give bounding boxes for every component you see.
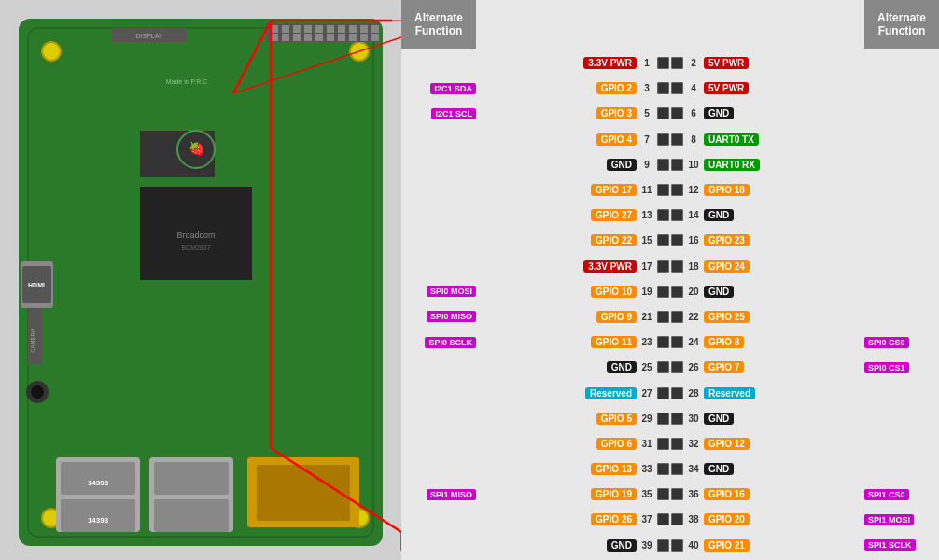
right-pin-number: 16 [685,235,702,245]
left-pin-section: GPIO 1711 [478,184,655,196]
left-pin-number: 37 [638,514,655,525]
right-pin-section: 38GPIO 20 [685,513,862,525]
right-alt-badge: SPI1 CS0 [864,489,909,500]
svg-point-51 [31,385,44,399]
right-pin-name: GPIO 7 [704,361,744,373]
svg-text:Broadcom: Broadcom [176,231,215,240]
pin-row: I2C1 SDAGPIO 2345V PWR [405,77,935,101]
pin-connector-right [671,159,683,171]
left-pin-number: 35 [638,489,655,499]
pin-connector-right [671,438,683,450]
left-pin-number: 33 [638,464,655,474]
board-area: HDMI 14393 14393 Broadcom BCM2837 [0,0,401,560]
pin-row: GPIO 271314GND [405,203,935,228]
pin-connector-left [657,209,669,221]
left-pin-name: GPIO 11 [591,336,637,348]
center-pins [655,107,685,119]
right-pin-section: 36GPIO 16 [685,488,862,500]
svg-rect-30 [338,25,345,33]
left-pin-section: GPIO 631 [478,438,655,450]
right-pin-name: GND [704,463,734,475]
left-alt-cell: I2C1 SCL [405,108,478,119]
right-pin-name: 5V PWR [704,82,749,94]
pin-connector-left [657,539,669,552]
left-alt-cell: SPI0 MOSI [405,286,478,297]
right-pin-name: GND [704,286,734,298]
right-pin-name: GPIO 16 [704,488,750,500]
svg-text:DISPLAY: DISPLAY [135,33,162,39]
pin-connector-left [657,336,669,348]
pin-connector-left [657,387,669,399]
left-pin-section: GPIO 1019 [478,286,655,298]
pin-connector-left [657,82,669,94]
svg-rect-28 [315,25,323,33]
left-pin-number: 9 [638,160,655,170]
pin-connector-left [657,184,669,196]
right-alt-badge: SPI1 SCLK [864,539,916,551]
svg-rect-37 [304,34,312,41]
right-pin-name: Reserved [704,387,755,399]
right-pin-number: 18 [685,261,702,272]
center-pins [655,513,685,525]
pin-connector-right [671,107,683,119]
right-pin-number: 10 [685,160,702,170]
center-pins [655,133,685,146]
pin-row: GPIO 63132GPIO 12 [405,431,935,455]
left-pin-name: GPIO 3 [596,107,637,119]
pin-connector-right [671,463,683,475]
left-pin-name: GPIO 27 [591,209,637,221]
left-pin-name: GPIO 13 [591,463,637,475]
right-pin-name: GPIO 8 [704,336,744,348]
center-pins [655,539,685,552]
pin-row: 3.3V PWR125V PWR [405,51,935,76]
left-alt-cell: SPI1 MISO [405,489,478,500]
left-pin-number: 3 [638,83,655,93]
right-pin-name: 5V PWR [704,57,749,69]
left-pin-section: GPIO 23 [478,82,655,94]
svg-rect-31 [349,25,357,33]
right-pin-section: 10UART0 RX [685,159,862,171]
right-pin-number: 26 [685,362,702,372]
right-pin-section: 22GPIO 25 [685,311,862,323]
left-pin-number: 7 [638,134,655,145]
left-alt-badge: SPI0 MISO [427,311,476,322]
alt-func-header-right: AlternateFunction [864,0,939,49]
right-alt-cell: SPI0 CS0 [862,337,935,348]
left-pin-number: 23 [638,337,655,347]
right-pin-section: 16GPIO 23 [685,234,862,246]
pin-connector-right [671,361,683,373]
svg-text:14393: 14393 [88,516,109,525]
header-spacer [476,0,864,49]
pin-rows-container: 3.3V PWR125V PWRI2C1 SDAGPIO 2345V PWRI2… [401,49,939,560]
pin-connector-left [657,311,669,323]
pin-connector-left [657,488,669,500]
center-pins [655,387,685,399]
board-svg: HDMI 14393 14393 Broadcom BCM2837 [0,0,401,560]
right-pin-number: 34 [685,464,702,474]
right-pin-name: GPIO 24 [704,260,750,273]
center-pins [655,336,685,348]
center-pins [655,413,685,425]
left-alt-badge: SPI0 SCLK [425,337,476,348]
pin-row: GND2526GPIO 7SPI0 CS1 [405,356,935,380]
right-pin-name: UART0 TX [704,133,759,146]
left-alt-cell: I2C1 SDA [405,83,478,94]
svg-text:HDMI: HDMI [28,282,45,288]
left-pin-name: Reserved [585,387,637,399]
right-pin-number: 2 [685,58,702,68]
left-pin-name: GPIO 22 [591,234,637,246]
right-pin-section: 30GND [685,413,862,425]
right-pin-number: 22 [685,312,702,322]
pin-connector-left [657,234,669,246]
left-pin-number: 39 [638,540,655,551]
center-pins [655,234,685,246]
svg-rect-43 [371,34,379,41]
pin-connector-right [671,387,683,399]
alt-func-header-left: AlternateFunction [401,0,476,49]
right-pin-number: 20 [685,287,702,297]
left-pin-name: GPIO 26 [591,513,637,525]
right-pin-number: 28 [685,388,702,399]
pin-connector-right [671,234,683,246]
right-pin-section: 20GND [685,286,862,298]
pin-connector-left [657,133,669,146]
